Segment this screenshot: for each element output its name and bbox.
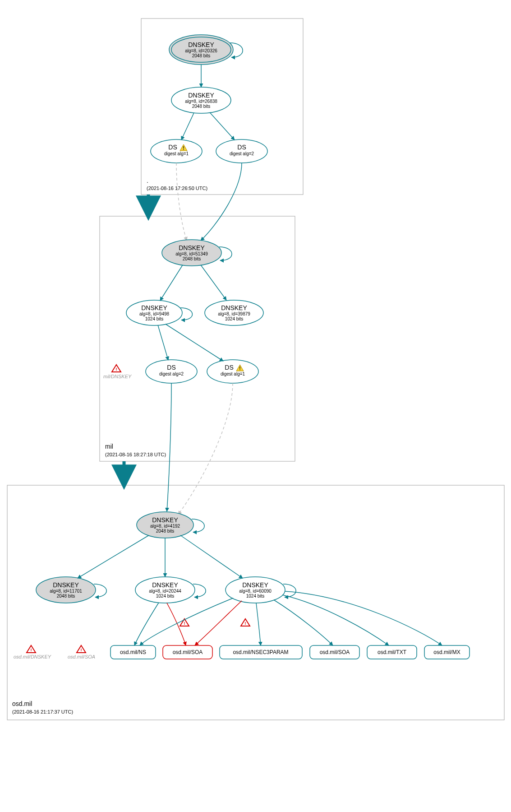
- zone-mil-ts: (2021-08-16 18:27:18 UTC): [105, 452, 166, 457]
- node-label: alg=8, id=20244: [149, 589, 181, 594]
- edge: [201, 163, 242, 241]
- node-root-ds2[interactable]: DS digest alg=2: [216, 139, 267, 163]
- rr-label: osd.mil/NS: [120, 649, 146, 655]
- rr-osd-txt[interactable]: osd.mil/TXT: [367, 645, 417, 659]
- edge-dashed: [178, 383, 233, 515]
- edge: [160, 265, 183, 301]
- node-osd-k2[interactable]: DNSKEY alg=8, id=11701 2048 bits: [36, 577, 96, 603]
- error-osd-soa[interactable]: !: [77, 645, 86, 653]
- node-root-zsk[interactable]: DNSKEY alg=8, id=26838 2048 bits: [171, 87, 231, 113]
- svg-text:!: !: [239, 366, 240, 371]
- node-label: 2048 bits: [156, 529, 175, 534]
- edge: [210, 112, 235, 140]
- node-label: DNSKEY: [141, 304, 167, 311]
- node-label: DS: [225, 364, 233, 371]
- node-label: DS: [168, 144, 177, 151]
- edge: [134, 603, 159, 645]
- edge: [166, 324, 223, 361]
- rr-label: osd.mil/SOA: [173, 649, 203, 655]
- node-label: DS: [237, 144, 246, 151]
- node-label: alg=8, id=4192: [150, 524, 180, 529]
- node-label: DS: [167, 364, 175, 371]
- error-osd-dnskey[interactable]: !: [27, 645, 36, 653]
- node-mil-ds2[interactable]: DS digest alg=1 !: [207, 360, 258, 383]
- node-mil-zsk1[interactable]: DNSKEY alg=8, id=9498 1024 bits: [126, 300, 182, 325]
- node-label: alg=8, id=39879: [218, 311, 250, 316]
- node-label: alg=8, id=26838: [185, 99, 217, 104]
- error-label: mil/DNSKEY: [103, 374, 132, 379]
- edge: [256, 603, 261, 645]
- rr-label: osd.mil/NSEC3PARAM: [233, 649, 288, 655]
- svg-text:!: !: [31, 648, 32, 652]
- edge: [180, 535, 243, 578]
- svg-text:!: !: [81, 648, 82, 652]
- node-mil-zsk2[interactable]: DNSKEY alg=8, id=39879 1024 bits: [205, 300, 263, 325]
- node-label: alg=8, id=20326: [185, 48, 217, 53]
- edge: [78, 535, 149, 578]
- node-label: DNSKEY: [221, 304, 247, 311]
- node-osd-k4[interactable]: DNSKEY alg=8, id=60090 1024 bits: [226, 577, 285, 603]
- node-label: digest alg=2: [159, 371, 184, 376]
- edge: [158, 325, 168, 360]
- edge-dashed: [176, 163, 187, 241]
- node-mil-ds1[interactable]: DS digest alg=2: [146, 360, 197, 383]
- node-label: DNSKEY: [188, 41, 214, 48]
- node-label: DNSKEY: [53, 581, 79, 589]
- node-label: alg=8, id=9498: [139, 311, 170, 316]
- edge-red: [195, 601, 242, 645]
- node-label: 1024 bits: [246, 594, 265, 599]
- zone-osd-ts: (2021-08-16 21:17:37 UTC): [12, 709, 73, 715]
- error-icon-on-edge: !: [241, 619, 250, 626]
- node-label: 2048 bits: [192, 53, 211, 58]
- node-label: digest alg=1: [221, 371, 245, 376]
- rr-label: osd.mil/SOA: [320, 649, 350, 655]
- rr-osd-nsec3[interactable]: osd.mil/NSEC3PARAM: [220, 645, 302, 659]
- rr-osd-ns[interactable]: osd.mil/NS: [110, 645, 156, 659]
- rr-osd-mx[interactable]: osd.mil/MX: [424, 645, 470, 659]
- rr-label: osd.mil/TXT: [377, 649, 407, 655]
- node-label: DNSKEY: [152, 581, 178, 589]
- node-label: alg=8, id=11701: [50, 589, 82, 594]
- node-root-ds1[interactable]: DS digest alg=1 !: [151, 139, 202, 163]
- node-osd-k3[interactable]: DNSKEY alg=8, id=20244 1024 bits: [135, 577, 195, 603]
- node-label: digest alg=1: [164, 151, 189, 156]
- node-label: 2048 bits: [192, 104, 211, 109]
- node-label: 2048 bits: [57, 594, 75, 599]
- node-label: 1024 bits: [156, 594, 175, 599]
- node-label: DNSKEY: [179, 244, 205, 251]
- node-label: DNSKEY: [242, 581, 268, 589]
- node-osd-ksk[interactable]: DNSKEY alg=8, id=4192 2048 bits: [137, 512, 193, 538]
- svg-text:!: !: [183, 146, 184, 151]
- error-mil-dnskey[interactable]: !: [112, 365, 121, 372]
- node-label: 1024 bits: [225, 316, 244, 321]
- edge: [201, 265, 226, 300]
- zone-root-ts: (2021-08-16 17:26:50 UTC): [147, 186, 207, 191]
- node-mil-ksk[interactable]: DNSKEY alg=8, id=51349 2048 bits: [162, 240, 221, 266]
- node-label: alg=8, id=51349: [175, 251, 208, 256]
- error-label: osd.mil/SOA: [68, 654, 95, 659]
- node-label: DNSKEY: [188, 92, 214, 99]
- zone-mil-name: mil: [105, 443, 113, 450]
- zone-root-name: .: [147, 177, 148, 184]
- svg-text:!: !: [184, 621, 185, 626]
- node-label: DNSKEY: [152, 516, 178, 524]
- zone-osd-name: osd.mil: [12, 700, 32, 707]
- node-label: 1024 bits: [145, 316, 164, 321]
- node-label: digest alg=2: [230, 151, 254, 156]
- edge: [181, 113, 194, 140]
- rr-osd-soa1[interactable]: osd.mil/SOA: [163, 645, 212, 659]
- rr-osd-soa2[interactable]: osd.mil/SOA: [310, 645, 359, 659]
- svg-text:!: !: [245, 621, 246, 626]
- node-label: alg=8, id=60090: [239, 589, 272, 594]
- rr-label: osd.mil/MX: [433, 649, 460, 655]
- edge: [282, 595, 389, 645]
- edge: [274, 600, 333, 645]
- node-label: 2048 bits: [183, 256, 201, 261]
- node-root-ksk[interactable]: DNSKEY alg=8, id=20326 2048 bits: [169, 35, 233, 65]
- svg-text:!: !: [116, 367, 117, 371]
- edge: [167, 383, 171, 511]
- edge: [285, 591, 442, 645]
- error-label: osd.mil/DNSKEY: [14, 654, 51, 659]
